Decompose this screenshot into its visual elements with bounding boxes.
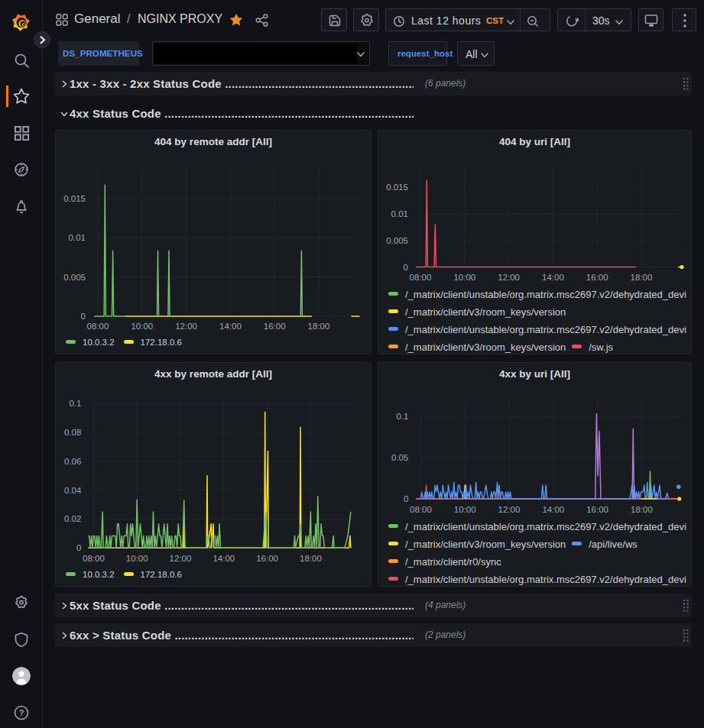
svg-text:08:00: 08:00 [87,322,109,331]
svg-text:0.005: 0.005 [63,273,86,282]
svg-text:16:00: 16:00 [586,273,608,282]
svg-text:0.02: 0.02 [64,514,81,523]
svg-text:14:00: 14:00 [219,322,242,331]
svg-text:0: 0 [404,263,408,272]
svg-text:0.01: 0.01 [391,209,408,218]
svg-text:0.05: 0.05 [391,453,408,462]
svg-text:14:00: 14:00 [542,273,564,282]
svg-text:12:00: 12:00 [498,505,521,514]
svg-text:18:00: 18:00 [631,505,653,514]
svg-text:12:00: 12:00 [170,554,192,563]
svg-text:16:00: 16:00 [256,554,278,563]
svg-text:10:00: 10:00 [454,505,476,514]
svg-text:0.01: 0.01 [69,233,86,242]
svg-text:18:00: 18:00 [300,554,322,563]
svg-text:10:00: 10:00 [126,554,148,563]
svg-text:14:00: 14:00 [212,554,235,563]
svg-text:18:00: 18:00 [308,322,330,331]
svg-text:08:00: 08:00 [83,554,105,563]
svg-text:0.08: 0.08 [64,428,81,437]
svg-text:0.04: 0.04 [64,486,82,495]
svg-text:?: ? [19,708,24,717]
svg-text:0: 0 [76,543,81,552]
svg-text:0.005: 0.005 [386,236,408,245]
svg-text:12:00: 12:00 [175,322,197,331]
svg-text:0: 0 [81,312,86,321]
svg-text:10:00: 10:00 [131,322,153,331]
svg-text:0.06: 0.06 [64,457,81,466]
svg-text:18:00: 18:00 [631,273,653,282]
svg-text:12:00: 12:00 [498,273,520,282]
svg-text:0.015: 0.015 [386,183,408,192]
svg-text:14:00: 14:00 [542,505,564,514]
svg-text:0.1: 0.1 [69,399,81,408]
svg-text:0.015: 0.015 [63,194,86,203]
svg-text:0: 0 [404,494,408,503]
svg-text:08:00: 08:00 [410,505,432,514]
svg-text:10:00: 10:00 [453,273,475,282]
svg-text:16:00: 16:00 [586,505,608,514]
svg-text:16:00: 16:00 [264,322,286,331]
svg-text:0.1: 0.1 [396,412,408,421]
svg-text:08:00: 08:00 [410,273,432,282]
